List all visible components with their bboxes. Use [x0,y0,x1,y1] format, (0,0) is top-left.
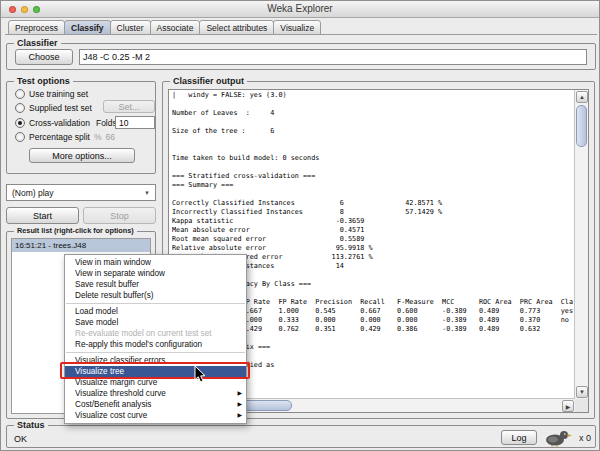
minimize-window-icon[interactable] [21,6,28,13]
result-list-title: Result list (right-click for options) [14,226,137,235]
menu-item-re-apply-configuration[interactable]: Re-apply this model's configuration [65,339,246,350]
result-list-item[interactable]: 16:51:21 - trees.J48 [12,239,150,252]
status-title: Status [14,420,48,430]
folds-input[interactable]: 10 [115,116,155,129]
chevron-down-icon: ▼ [144,190,150,196]
close-window-icon[interactable] [9,6,16,13]
radio-cross-validation[interactable] [15,118,25,128]
test-options-panel: Test options Use training set Supplied t… [6,81,156,174]
window-controls [9,6,40,13]
menu-item-label: Cost/Benefit analysis [75,400,151,409]
menu-item-view-in-main-window[interactable]: View in main window [65,257,246,268]
option-supplied-test-set[interactable]: Supplied test set Set... [15,103,92,113]
menu-item-view-in-separate-window[interactable]: View in separate window [65,268,246,279]
radio-percentage-split[interactable] [15,132,25,142]
menu-item-visualize-tree[interactable]: Visualize tree [65,366,246,377]
status-message: OK [14,434,27,444]
percent-value: 66 [106,132,115,142]
submenu-arrow-icon: ▶ [237,399,242,410]
weka-bird-icon [543,429,573,447]
cross-validation-label: Cross-validation [29,118,90,128]
percentage-split-label: Percentage split [29,132,90,142]
menu-separator [66,352,245,353]
tab-bar: Preprocess Classify Cluster Associate Se… [8,20,320,35]
window-title: Weka Explorer [1,1,599,17]
tab-classify[interactable]: Classify [64,20,111,35]
class-attribute-value: (Nom) play [12,188,54,198]
zoom-window-icon[interactable] [33,6,40,13]
test-options-title: Test options [14,76,73,86]
folds-label: Folds [96,118,117,128]
classifier-output-title: Classifier output [170,76,247,86]
menu-item-save-result-buffer[interactable]: Save result buffer [65,279,246,290]
submenu-arrow-icon: ▶ [237,410,242,421]
mouse-cursor-icon [194,365,207,383]
menu-separator [66,303,245,304]
status-panel: Status OK Log x 0 [6,425,596,448]
option-cross-validation[interactable]: Cross-validation Folds 10 [15,118,117,128]
menu-item-save-model[interactable]: Save model [65,317,246,328]
menu-item-visualize-classifier-errors[interactable]: Visualize classifier errors [65,355,246,366]
menu-item-visualize-cost-curve[interactable]: Visualize cost curve ▶ [65,410,246,421]
start-button[interactable]: Start [6,207,79,224]
scroll-up-icon[interactable]: ▲ [576,91,588,103]
tab-associate[interactable]: Associate [150,20,201,35]
tab-select-attributes[interactable]: Select attributes [199,20,274,35]
vertical-scroll-thumb[interactable] [576,105,587,147]
log-button[interactable]: Log [501,430,537,445]
classifier-panel: Classifier Choose J48 -C 0.25 -M 2 [6,43,596,70]
classifier-scheme-field[interactable]: J48 -C 0.25 -M 2 [79,49,587,65]
menu-item-label: Visualize cost curve [75,411,147,420]
supplied-test-set-label: Supplied test set [29,103,92,113]
stop-button[interactable]: Stop [83,207,156,224]
result-list-context-menu: View in main window View in separate win… [64,254,247,424]
radio-use-training-set[interactable] [15,89,25,99]
option-percentage-split[interactable]: Percentage split % 66 [15,132,115,142]
set-test-set-button[interactable]: Set... [103,100,155,113]
menu-item-visualize-threshold-curve[interactable]: Visualize threshold curve ▶ [65,388,246,399]
submenu-arrow-icon: ▶ [237,388,242,399]
percent-label: % [94,132,102,142]
use-training-set-label: Use training set [29,89,88,99]
choose-button[interactable]: Choose [15,49,73,65]
menu-item-label: Visualize threshold curve [75,389,166,398]
tab-visualize[interactable]: Visualize [273,20,321,35]
menu-item-visualize-margin-curve[interactable]: Visualize margin curve [65,377,246,388]
menu-item-delete-result-buffer[interactable]: Delete result buffer(s) [65,290,246,301]
classifier-panel-title: Classifier [14,38,61,48]
title-bar: Weka Explorer [1,1,599,18]
status-counter: x 0 [579,433,591,443]
menu-item-cost-benefit-analysis[interactable]: Cost/Benefit analysis ▶ [65,399,246,410]
more-options-button[interactable]: More options... [29,148,135,163]
option-use-training-set[interactable]: Use training set [15,89,88,99]
radio-supplied-test-set[interactable] [15,103,25,113]
class-attribute-selector[interactable]: (Nom) play ▼ [6,184,156,201]
tab-preprocess[interactable]: Preprocess [8,20,65,35]
output-vertical-scrollbar[interactable]: ▲ ▼ [574,90,588,399]
menu-item-load-model[interactable]: Load model [65,306,246,317]
scroll-down-icon[interactable]: ▼ [576,386,588,398]
weka-explorer-window: Weka Explorer Preprocess Classify Cluste… [0,0,600,451]
scrollbar-corner [575,399,588,412]
menu-item-re-evaluate-model: Re-evaluate model on current test set [65,328,246,339]
tab-cluster[interactable]: Cluster [110,20,151,35]
scroll-right-icon[interactable]: ▶ [562,400,574,412]
